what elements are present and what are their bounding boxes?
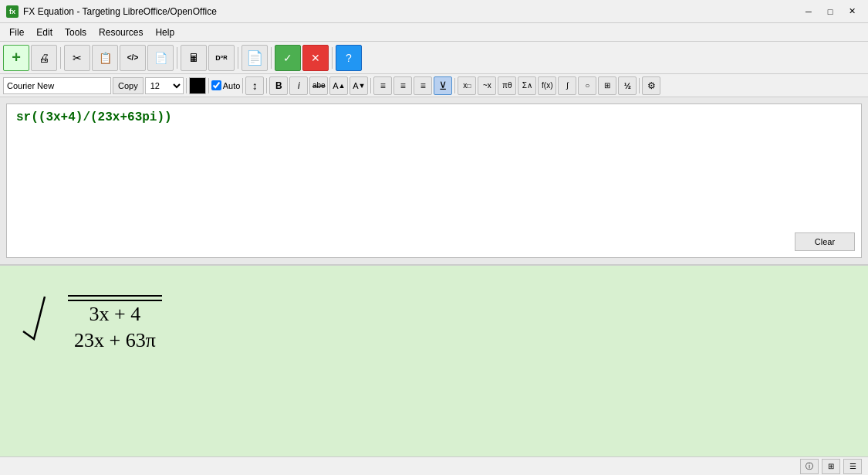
editor-wrapper: sr((3x+4)/(23x+63pi)) Clear bbox=[0, 97, 868, 266]
menu-resources[interactable]: Resources bbox=[93, 25, 149, 39]
maximize-button[interactable]: □ bbox=[820, 4, 840, 19]
strikethrough-button[interactable]: abe bbox=[309, 76, 328, 95]
align-bottom-button[interactable]: ⊻ bbox=[434, 76, 452, 95]
status-info-button[interactable]: ⓘ bbox=[800, 459, 819, 474]
accept-button[interactable]: ✓ bbox=[275, 45, 301, 71]
fmt-sep0 bbox=[186, 78, 187, 93]
reject-button[interactable]: ✕ bbox=[302, 45, 329, 71]
align-right-button[interactable]: ≡ bbox=[414, 76, 432, 95]
fmt-sep3 bbox=[266, 78, 267, 93]
sqrt-content: 3x + 4 23x + 63π bbox=[68, 295, 162, 352]
help-button[interactable]: ? bbox=[336, 45, 362, 71]
integral-button[interactable]: ∫ bbox=[558, 76, 576, 95]
clear-button[interactable]: Clear bbox=[795, 232, 855, 251]
pi-button[interactable]: πθ bbox=[498, 76, 516, 95]
italic-button[interactable]: i bbox=[289, 76, 308, 95]
sigma-button[interactable]: Σ∧ bbox=[518, 76, 536, 95]
statusbar: ⓘ ⊞ ☰ bbox=[0, 456, 868, 475]
editor-content[interactable]: sr((3x+4)/(23x+63pi)) bbox=[7, 104, 861, 131]
adjust-button[interactable]: ↕ bbox=[245, 76, 264, 95]
menu-help[interactable]: Help bbox=[149, 25, 181, 39]
separator bbox=[60, 47, 61, 69]
matrix-button[interactable]: ⊞ bbox=[598, 76, 616, 95]
fmt-sep2 bbox=[242, 78, 243, 93]
cut-button[interactable]: ✂ bbox=[64, 45, 90, 71]
window-controls: ─ □ ✕ bbox=[799, 4, 862, 19]
calculator-button[interactable]: 🖩 bbox=[181, 45, 207, 71]
fmt-sep1 bbox=[208, 78, 209, 93]
fraction-button[interactable]: ½ bbox=[618, 76, 637, 95]
status-grid-button[interactable]: ⊞ bbox=[822, 459, 840, 474]
editor-area[interactable]: sr((3x+4)/(23x+63pi)) Clear bbox=[6, 103, 862, 258]
add-button[interactable]: + bbox=[3, 45, 29, 71]
menu-edit[interactable]: Edit bbox=[30, 25, 59, 39]
font-size-select[interactable]: 12 10 14 16 bbox=[145, 77, 184, 94]
auto-checkbox[interactable] bbox=[211, 80, 221, 90]
numerator: 3x + 4 bbox=[83, 303, 147, 327]
font-name-input[interactable] bbox=[3, 77, 111, 94]
print-button[interactable]: 🖨 bbox=[31, 45, 57, 71]
bold-button[interactable]: B bbox=[269, 76, 288, 95]
align-center-button[interactable]: ≡ bbox=[393, 76, 412, 95]
settings-button[interactable]: ⚙ bbox=[642, 76, 660, 95]
toolbar: + 🖨 ✂ 📋 </> 📄 🖩 D°R 📄 ✓ ✕ ? bbox=[0, 42, 868, 74]
close-button[interactable]: ✕ bbox=[842, 4, 862, 19]
code-button[interactable]: </> bbox=[120, 45, 146, 71]
denominator: 23x + 63π bbox=[68, 327, 162, 352]
status-menu-button[interactable]: ☰ bbox=[843, 459, 862, 474]
align-left-button[interactable]: ≡ bbox=[373, 76, 392, 95]
smaller-button[interactable]: A▼ bbox=[350, 76, 368, 95]
separator4 bbox=[271, 47, 272, 69]
fmt-sep5 bbox=[454, 78, 455, 93]
circle-button[interactable]: ○ bbox=[578, 76, 596, 95]
title-text: FX Equation - Targeting LibreOffice/Open… bbox=[23, 6, 799, 17]
math-preview: 3x + 4 23x + 63π bbox=[23, 289, 162, 358]
preview-area: 3x + 4 23x + 63π bbox=[0, 266, 868, 475]
auto-label: Auto bbox=[223, 81, 241, 90]
superscript-button[interactable]: x□ bbox=[458, 76, 476, 95]
fmt-sep4 bbox=[370, 78, 371, 93]
paste-button[interactable]: 📄 bbox=[147, 45, 174, 71]
menubar: File Edit Tools Resources Help bbox=[0, 23, 868, 42]
bigger-button[interactable]: A▲ bbox=[329, 76, 348, 95]
separator5 bbox=[332, 47, 333, 69]
newfile-button[interactable]: 📄 bbox=[241, 45, 268, 71]
fraction-display: 3x + 4 23x + 63π bbox=[68, 300, 162, 352]
formatbar: Copy 12 10 14 16 Auto ↕ B i abe A▲ A▼ ≡ … bbox=[0, 74, 868, 97]
main-layout: sr((3x+4)/(23x+63pi)) Clear 3x + 4 23x +… bbox=[0, 97, 868, 475]
wave-button[interactable]: ~x bbox=[478, 76, 496, 95]
dr-button[interactable]: D°R bbox=[208, 45, 235, 71]
app-icon: fx bbox=[6, 5, 19, 18]
auto-checkbox-wrapper: Auto bbox=[211, 80, 241, 90]
copy-button[interactable]: 📋 bbox=[92, 45, 118, 71]
fmt-sep6 bbox=[639, 78, 640, 93]
function-button[interactable]: f(x) bbox=[538, 76, 556, 95]
menu-tools[interactable]: Tools bbox=[59, 25, 93, 39]
menu-file[interactable]: File bbox=[3, 25, 30, 39]
sqrt-symbol bbox=[23, 289, 69, 358]
separator3 bbox=[238, 47, 238, 69]
minimize-button[interactable]: ─ bbox=[799, 4, 819, 19]
titlebar: fx FX Equation - Targeting LibreOffice/O… bbox=[0, 0, 868, 23]
color-picker[interactable] bbox=[189, 77, 206, 94]
separator2 bbox=[177, 47, 177, 69]
copy-font-button[interactable]: Copy bbox=[113, 77, 144, 94]
